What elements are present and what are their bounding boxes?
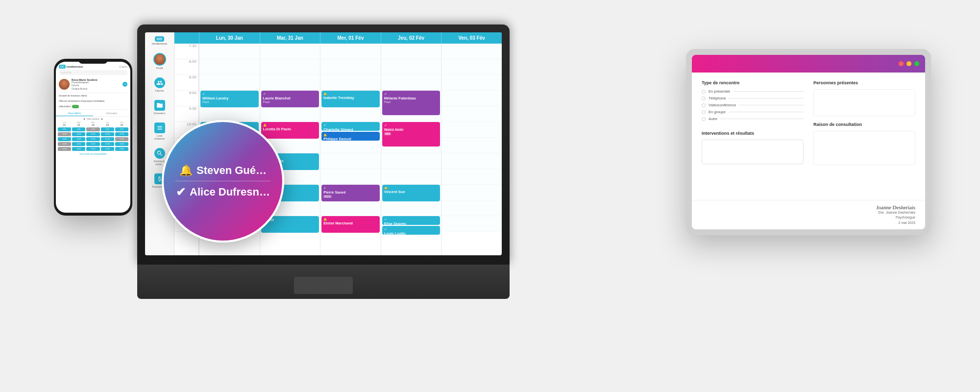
phone-slot-4-2[interactable]: 11:00	[115, 137, 128, 141]
tablet-interventions-input[interactable]	[702, 140, 804, 164]
phone-slot-1-4[interactable]: 14:00	[72, 147, 85, 151]
cal-event-charlotte[interactable]: Charlotte Simard	[321, 122, 380, 131]
tablet-radio-2[interactable]	[702, 103, 706, 107]
phone-prev-week[interactable]: ◀	[83, 118, 85, 120]
phone-slot-3-4[interactable]: 14:00	[101, 147, 114, 151]
tablet-dot-red[interactable]	[899, 61, 904, 66]
cal-event-isabelle[interactable]: Isabelle Tremblay	[321, 91, 380, 107]
phone-slot-3-1[interactable]: 10:00	[101, 132, 114, 136]
cal-event-vincent[interactable]: Vincent Sue	[382, 185, 441, 201]
phone-tab-information[interactable]: Information	[93, 111, 130, 116]
cal-cell-3-1	[381, 59, 441, 75]
cal-event-melanie[interactable]: Mélanie Falardeau Payé	[382, 91, 441, 115]
phone-slot-1-1[interactable]: 10:00	[72, 132, 85, 136]
phone-slot-2-1[interactable]: 10:00	[86, 132, 99, 136]
tablet-body: Type de rencontre En présentiel Téléphon…	[692, 73, 925, 200]
phone-edit-button[interactable]: ✎	[122, 82, 127, 87]
tablet-option-line-4	[720, 119, 804, 119]
popup-item-2[interactable]: ✔ Alice Dufresn…	[176, 183, 270, 201]
phone-day-0: Lun 21 9:00 10:00 11:00 13:00 14:00	[58, 121, 71, 151]
sidebar-label-dossiers: Dossiers	[154, 112, 165, 115]
phone-day-num-4: 25	[115, 123, 128, 126]
sidebar-item-dossiers[interactable]: Dossiers	[145, 98, 174, 117]
sidebar-item-clients[interactable]: Clients	[145, 75, 174, 94]
phone-search-bar[interactable]: recherche	[59, 70, 127, 75]
sidebar-item-profil[interactable]: Profil	[145, 51, 174, 72]
cal-event-pierre[interactable]: Pierre Sauvé RSS	[321, 185, 380, 201]
tablet-dot-green[interactable]	[914, 61, 919, 66]
sidebar-label-liste: Listed'attente	[154, 134, 165, 140]
phone-profile-section: Rose-Marie Souliere Physiothérapeute Fem…	[56, 76, 130, 93]
phone-slot-3-0[interactable]: 9:00	[101, 127, 114, 131]
phone-slot-0-2[interactable]: 11:00	[58, 137, 71, 141]
tablet-reason-input[interactable]	[813, 131, 915, 165]
phone-slot-0-0[interactable]: 9:00	[58, 127, 71, 131]
phone-slot-1-3[interactable]: 13:00	[72, 142, 85, 146]
tablet-reason-section: Raison de consultation	[813, 122, 915, 165]
phone-language[interactable]: English	[120, 65, 127, 68]
phone-logo: GO rendezvous	[59, 65, 83, 69]
cal-cell-4-2	[441, 75, 502, 91]
phone-slot-4-3[interactable]: 13:00	[115, 142, 128, 146]
phone-slot-1-0[interactable]: 9:00	[72, 127, 85, 131]
tablet-right-col: Personnes présentes Raison de consultati…	[813, 80, 915, 192]
phone-week-nav: ◀ Cette semaine ▶	[56, 117, 130, 121]
tablet-option-label-3: En groupe	[709, 110, 726, 114]
cal-cell-4-11	[441, 216, 502, 232]
tablet-dot-yellow[interactable]	[906, 61, 911, 66]
phone-slot-0-1[interactable]: 10:00	[58, 132, 71, 136]
cal-event-william[interactable]: William Landry Payé	[200, 91, 259, 107]
phone-slot-2-3[interactable]: 13:00	[86, 142, 99, 146]
phone-slot-2-2[interactable]: 11:00	[86, 137, 99, 141]
cal-event-eloise[interactable]: Eloïse Marchand	[321, 216, 380, 233]
phone-slot-4-1[interactable]: 10:00	[115, 132, 128, 136]
phone-slot-1-2[interactable]: 11:00	[72, 137, 85, 141]
tablet-radio-3[interactable]	[702, 110, 706, 114]
phone-slot-0-3[interactable]: 13:00	[58, 142, 71, 146]
tablet-option-1: Téléphone	[702, 96, 804, 100]
phone-profile-info: Rose-Marie Souliere Physiothérapeute Fem…	[72, 78, 121, 91]
cal-event-philippe[interactable]: Philippe Daoust	[321, 132, 380, 141]
cal-cell-4-8	[441, 169, 502, 185]
cal-cell-4-1	[441, 59, 502, 75]
phone-next-week[interactable]: ▶	[101, 118, 103, 120]
phone-slot-4-0[interactable]: 9:00	[115, 127, 128, 131]
phone-toggle[interactable]	[72, 105, 79, 108]
phone-tab-disponibilites[interactable]: Disponibilités	[56, 111, 93, 116]
cal-event-loretta[interactable]: Loretta Di Paolo	[261, 122, 319, 139]
cal-event-elise[interactable]: Elise Duprés	[382, 216, 441, 225]
phone-slot-4-4[interactable]: 14:00	[115, 147, 128, 151]
phone-see-all-link[interactable]: Voir toutes les disponibilités	[56, 151, 130, 157]
sidebar-label-profil: Profil	[156, 67, 163, 70]
phone-slot-3-3[interactable]: 13:00	[101, 142, 114, 146]
tablet-option-3: En groupe	[702, 110, 804, 114]
phone-slot-3-2[interactable]: 11:00	[101, 137, 114, 141]
cal-cell-4-0	[441, 44, 502, 59]
cal-time-900: 9:00	[174, 91, 198, 106]
tablet-radio-1[interactable]	[702, 97, 706, 100]
cal-cell-1-1	[260, 59, 320, 75]
popup-item-1-name: Steven Gué…	[196, 164, 267, 177]
tablet-interventions-label: Interventions et résultats	[702, 131, 804, 136]
cal-time-830: 8:30	[174, 75, 198, 91]
phone-screen: GO rendezvous English recherche Rose-Mar…	[56, 62, 130, 213]
dossiers-icon	[154, 100, 165, 111]
cal-cell-2-1	[320, 59, 381, 75]
phone-toggle-row: uNéomation	[56, 104, 130, 109]
cal-cell-4-4	[441, 106, 502, 122]
phone-day-num-3: 24	[101, 123, 114, 126]
sidebar-item-liste[interactable]: Listed'attente	[145, 121, 174, 142]
cal-cell-1-4	[260, 106, 320, 122]
tablet-radio-4[interactable]	[702, 117, 706, 121]
phone-slot-2-0[interactable]: 9:00	[86, 127, 99, 131]
cal-event-louis[interactable]: Louis Lozito	[382, 226, 441, 235]
popup-item-1[interactable]: 🔔 Steven Gué…	[179, 162, 267, 179]
phone-slot-0-4[interactable]: 14:00	[58, 147, 71, 151]
cal-event-laurie[interactable]: Laurie Blanchet Payé	[261, 91, 319, 107]
tablet-option-label-0: En présentiel	[709, 89, 730, 94]
tablet-screen: Type de rencontre En présentiel Téléphon…	[692, 55, 925, 229]
phone-slot-2-4[interactable]: 14:00	[86, 147, 99, 151]
tablet-persons-area[interactable]	[813, 89, 915, 116]
tablet-radio-0[interactable]	[702, 90, 706, 94]
cal-event-walid[interactable]: Walid Akiki 9$$	[382, 122, 441, 147]
